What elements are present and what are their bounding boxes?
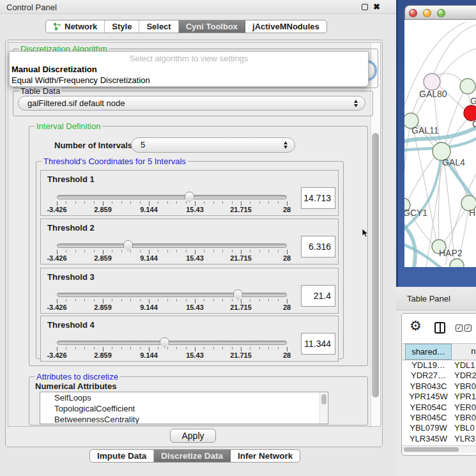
column-header-name[interactable]: name [452, 344, 476, 360]
tick-label: -3.426 [47, 351, 66, 359]
tab-select[interactable]: Select [139, 20, 178, 33]
cell-shared-name[interactable]: YLR345W [405, 434, 452, 444]
zoom-traffic-light[interactable] [437, 9, 445, 17]
threshold-slider[interactable] [57, 243, 287, 248]
tick-label: 21.715 [230, 206, 252, 213]
major-tick [241, 201, 242, 206]
threshold-value-field[interactable]: 6.316 [301, 236, 335, 257]
threshold-value-field[interactable]: 14.713 [301, 187, 335, 209]
major-tick [287, 299, 288, 303]
cell-shared-name[interactable]: YDR27… [405, 371, 452, 381]
node-bottom[interactable] [450, 259, 464, 267]
network-icon [53, 22, 61, 31]
settings-gear-icon[interactable]: ⚙ [410, 319, 422, 333]
cell-name[interactable]: YBL0 [454, 423, 475, 433]
cell-name[interactable]: YLR3 [454, 434, 475, 444]
cell-shared-name[interactable]: YPR145W [405, 392, 452, 402]
major-tick [149, 250, 150, 254]
combo-value: galFiltered.sif default node [27, 96, 125, 111]
major-tick [103, 250, 104, 254]
cell-shared-name[interactable]: YDL19… [405, 360, 452, 371]
close-traffic-light[interactable] [409, 9, 417, 17]
horizontal-scrollbar[interactable] [402, 445, 476, 453]
node-label-gcy1: GCY1 [404, 208, 427, 218]
table-row[interactable]: YER054CYER0 [402, 403, 476, 413]
list-scrollbar[interactable] [319, 393, 327, 424]
table-data-combobox[interactable]: galFiltered.sif default node [18, 96, 365, 111]
major-tick [57, 250, 58, 254]
table-row[interactable]: YPR145WYPR1 [402, 392, 476, 402]
cell-shared-name[interactable]: YBR045C [405, 413, 452, 423]
threshold-slider[interactable] [57, 341, 287, 345]
tick-label: 21.715 [230, 351, 252, 359]
tab-discretize-data[interactable]: Discretize Data [154, 450, 231, 462]
dropdown-option-manual[interactable]: Manual Discretization [12, 65, 97, 74]
threshold-value-field[interactable]: 11.344 [301, 333, 335, 355]
tick-label: 28 [283, 254, 291, 262]
checkbox-icon[interactable]: ✓ [464, 325, 472, 332]
table-row[interactable]: YBR045CYBR0 [402, 413, 476, 423]
cell-shared-name[interactable]: YER054C [405, 403, 452, 413]
tick-label: -3.426 [47, 303, 66, 311]
close-icon[interactable]: ✖ [373, 2, 380, 12]
tick-label: 15.43 [186, 351, 204, 359]
cell-shared-name[interactable]: YBL079W [405, 423, 452, 433]
table-row[interactable]: YLR345WYLR3 [402, 434, 476, 444]
cell-shared-name[interactable]: YBR043C [405, 381, 452, 392]
cell-name[interactable]: YBR0 [454, 413, 476, 423]
cell-name[interactable]: YPR1 [454, 392, 476, 402]
list-item[interactable]: BetweennessCentrality [40, 414, 328, 424]
network-window-titlebar[interactable] [404, 5, 476, 20]
cell-name[interactable]: YDL1 [454, 360, 475, 371]
cell-name[interactable]: YBR0 [454, 381, 476, 392]
tab-impute-data[interactable]: Impute Data [90, 450, 154, 462]
combo-stepper-icon [284, 141, 288, 149]
tick-label: 28 [283, 206, 291, 213]
column-header-shared-name[interactable]: shared… [405, 344, 452, 360]
cell-name[interactable]: YER0 [454, 403, 476, 413]
slider-tick-labels: -3.4262.8599.14415.4321.71528 [57, 351, 287, 360]
list-item[interactable]: SelfLoops [40, 392, 328, 403]
tab-jactivemnodules[interactable]: jActiveMNodules [245, 20, 326, 33]
checkbox-icon[interactable]: ✓ [456, 325, 463, 332]
apply-button[interactable]: Apply [170, 429, 216, 443]
float-window-icon[interactable] [362, 4, 368, 10]
major-tick [57, 347, 58, 351]
node-label-gal11: GAL11 [411, 125, 439, 135]
major-tick [195, 347, 196, 351]
cell-name[interactable]: YDR2 [454, 371, 476, 381]
major-tick [149, 299, 150, 303]
major-tick [149, 201, 150, 206]
table-header-row: shared… name [402, 343, 476, 360]
node-top-right[interactable] [460, 79, 475, 94]
number-of-intervals-combobox[interactable]: 5 [131, 137, 295, 153]
node-gal80[interactable] [424, 73, 440, 90]
tick-label: 15.43 [186, 303, 204, 311]
tab-infer-network[interactable]: Infer Network [231, 450, 300, 462]
table-row[interactable]: YDL19…YDL1 [402, 360, 476, 371]
numerical-attributes-list[interactable]: SelfLoops TopologicalCoefficient Between… [40, 392, 328, 424]
node-label-h: H [469, 208, 475, 218]
minimize-traffic-light[interactable] [423, 9, 431, 17]
dropdown-option-equal-width[interactable]: Equal Width/Frequency Discretization [12, 75, 150, 85]
vertical-scrollbar-thumb[interactable] [372, 133, 379, 397]
node-label-c: C [472, 119, 476, 129]
tick-label: 21.715 [230, 254, 252, 262]
tab-style[interactable]: Style [105, 20, 139, 33]
tick-label: 28 [283, 303, 291, 311]
list-item[interactable]: TopologicalCoefficient [40, 403, 328, 414]
network-canvas[interactable]: GAL80 G C GAL11 GAL4 GCY1 H HAP2 [404, 20, 476, 267]
tab-cyni-toolbox[interactable]: Cyni Toolbox [179, 20, 245, 33]
list-scrollbar-thumb[interactable] [321, 394, 326, 404]
threshold-slider[interactable] [57, 195, 287, 199]
combo-value: 5 [141, 138, 145, 152]
table-row[interactable]: YDR27…YDR2 [402, 371, 476, 381]
horizontal-scrollbar-thumb[interactable] [404, 447, 459, 452]
tab-network[interactable]: Network [46, 20, 105, 33]
table-row[interactable]: YBR043CYBR0 [402, 381, 476, 392]
threshold-slider[interactable] [57, 293, 287, 297]
column-split-icon[interactable] [434, 322, 445, 334]
table-row[interactable]: YBL079WYBL0 [402, 423, 476, 433]
tick-label: 9.144 [140, 303, 158, 311]
threshold-value-field[interactable]: 21.4 [301, 285, 335, 307]
